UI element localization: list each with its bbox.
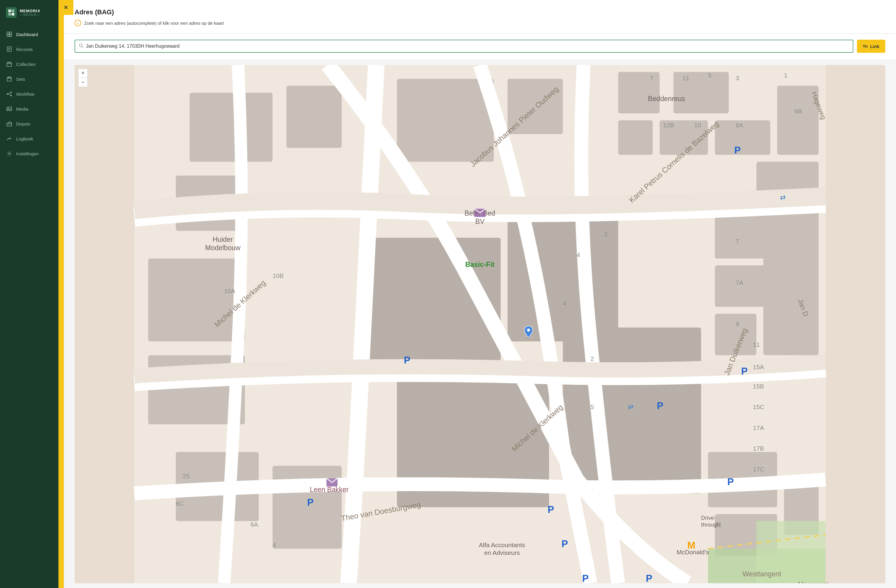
svg-rect-47 bbox=[715, 265, 770, 307]
sidebar-item-logboek[interactable]: Logboek bbox=[0, 131, 58, 146]
svg-rect-5 bbox=[9, 32, 12, 34]
sidebar-logo: MEMORIX —NEXUS— bbox=[0, 0, 58, 24]
svg-text:Modelbouw: Modelbouw bbox=[205, 244, 241, 252]
sidebar-item-label: Records bbox=[16, 47, 33, 52]
svg-text:7: 7 bbox=[736, 238, 739, 245]
modal-search-row: Link bbox=[64, 34, 896, 60]
svg-text:6B: 6B bbox=[794, 108, 802, 114]
modal-dialog: × Adres (BAG) i Zoek naar een adres (aut… bbox=[64, 0, 896, 588]
address-search-input[interactable] bbox=[86, 44, 849, 49]
svg-rect-0 bbox=[8, 9, 11, 12]
svg-point-24 bbox=[79, 44, 82, 47]
svg-point-13 bbox=[7, 93, 8, 94]
sidebar-item-instellingen[interactable]: Instellingen bbox=[0, 146, 58, 161]
logo-icon bbox=[6, 7, 17, 18]
svg-point-15 bbox=[11, 95, 12, 96]
svg-text:BV: BV bbox=[475, 218, 485, 225]
svg-text:Huider: Huider bbox=[213, 236, 233, 243]
svg-text:⇄: ⇄ bbox=[628, 403, 634, 411]
svg-rect-29 bbox=[286, 86, 341, 148]
info-icon: i bbox=[75, 20, 81, 26]
sidebar-item-label: Instellingen bbox=[16, 151, 39, 156]
svg-rect-6 bbox=[7, 35, 9, 37]
link-button[interactable]: Link bbox=[857, 40, 885, 53]
main-area: Collectie records zo... Opslaan ▾ group … bbox=[58, 0, 896, 588]
svg-rect-40 bbox=[148, 259, 245, 341]
svg-text:Drive-: Drive- bbox=[701, 515, 716, 521]
svg-text:→: → bbox=[604, 580, 611, 583]
svg-text:2: 2 bbox=[604, 231, 608, 238]
svg-text:Basic-Fit: Basic-Fit bbox=[465, 260, 495, 268]
yellow-bar bbox=[58, 0, 64, 588]
sidebar-item-depots[interactable]: Depots bbox=[0, 116, 58, 131]
svg-rect-18 bbox=[7, 107, 12, 111]
collecties-icon bbox=[6, 61, 12, 67]
svg-line-25 bbox=[82, 47, 83, 48]
svg-text:17C: 17C bbox=[753, 466, 764, 472]
svg-text:11: 11 bbox=[683, 75, 689, 81]
map-zoom-controls: + − bbox=[78, 69, 88, 87]
logboek-icon bbox=[6, 136, 12, 142]
svg-point-21 bbox=[9, 153, 10, 154]
dashboard-icon bbox=[6, 31, 12, 38]
workflow-icon bbox=[6, 91, 12, 97]
map-svg: Jacobus Johannes Pieter Oudweg Karel Pet… bbox=[75, 65, 885, 583]
sidebar-item-sets[interactable]: Sets bbox=[0, 72, 58, 87]
svg-text:←: ← bbox=[646, 580, 653, 583]
svg-text:P: P bbox=[404, 355, 410, 366]
svg-rect-31 bbox=[397, 79, 494, 161]
svg-text:Alfa Accountants: Alfa Accountants bbox=[479, 541, 525, 548]
sidebar-item-label: Dashboard bbox=[16, 32, 38, 37]
svg-rect-1 bbox=[12, 9, 14, 12]
svg-text:25: 25 bbox=[183, 472, 190, 480]
svg-text:9: 9 bbox=[736, 320, 739, 328]
sidebar-item-label: Workflow bbox=[16, 91, 34, 97]
sidebar-item-label: Logboek bbox=[16, 136, 34, 141]
svg-text:15C: 15C bbox=[753, 404, 764, 410]
logo-sub: —NEXUS— bbox=[20, 13, 40, 17]
svg-text:Westtangent: Westtangent bbox=[743, 570, 782, 578]
svg-text:8A: 8A bbox=[736, 122, 743, 128]
svg-rect-49 bbox=[763, 203, 818, 355]
svg-rect-20 bbox=[7, 123, 12, 126]
svg-text:12B: 12B bbox=[663, 122, 674, 128]
sidebar-item-label: Sets bbox=[16, 77, 25, 82]
svg-text:⇄: ⇄ bbox=[780, 193, 786, 201]
sidebar-item-workflow[interactable]: Workflow bbox=[0, 87, 58, 101]
svg-text:6C: 6C bbox=[176, 500, 184, 507]
sidebar-item-label: Collecties bbox=[16, 62, 35, 67]
modal-header: Adres (BAG) i Zoek naar een adres (autoc… bbox=[64, 0, 896, 34]
svg-text:4: 4 bbox=[563, 300, 567, 306]
svg-text:17A: 17A bbox=[753, 424, 764, 431]
svg-text:15B: 15B bbox=[753, 383, 764, 390]
modal-title: Adres (BAG) bbox=[75, 8, 885, 16]
svg-text:10: 10 bbox=[694, 122, 701, 128]
svg-text:P: P bbox=[307, 497, 314, 508]
svg-point-131 bbox=[527, 329, 530, 332]
sidebar-item-media[interactable]: Media bbox=[0, 101, 58, 116]
map-container[interactable]: + − bbox=[75, 65, 885, 583]
svg-rect-35 bbox=[618, 120, 653, 155]
modal-close-button[interactable]: × bbox=[58, 0, 73, 15]
svg-text:P: P bbox=[582, 573, 589, 583]
media-icon bbox=[6, 105, 12, 112]
svg-rect-4 bbox=[7, 32, 9, 34]
sidebar: MEMORIX —NEXUS— Dashboard bbox=[0, 0, 58, 588]
svg-rect-12 bbox=[7, 63, 12, 67]
instellingen-icon bbox=[6, 150, 12, 157]
svg-text:1: 1 bbox=[784, 72, 788, 79]
svg-rect-34 bbox=[674, 72, 729, 113]
sidebar-nav: Dashboard Records Collectie bbox=[0, 24, 58, 588]
svg-line-16 bbox=[8, 93, 11, 94]
svg-text:5: 5 bbox=[591, 404, 594, 410]
svg-text:3: 3 bbox=[736, 75, 739, 81]
sidebar-item-records[interactable]: Records bbox=[0, 42, 58, 56]
link-label: Link bbox=[870, 44, 879, 49]
svg-text:10B: 10B bbox=[273, 272, 283, 279]
sidebar-item-dashboard[interactable]: Dashboard bbox=[0, 27, 58, 42]
svg-text:Mosagaat: Mosagaat bbox=[798, 580, 828, 583]
zoom-in-button[interactable]: + bbox=[78, 69, 87, 78]
zoom-out-button[interactable]: − bbox=[78, 78, 87, 87]
svg-text:Leen Bakker: Leen Bakker bbox=[310, 486, 349, 494]
sidebar-item-collecties[interactable]: Collecties bbox=[0, 56, 58, 72]
